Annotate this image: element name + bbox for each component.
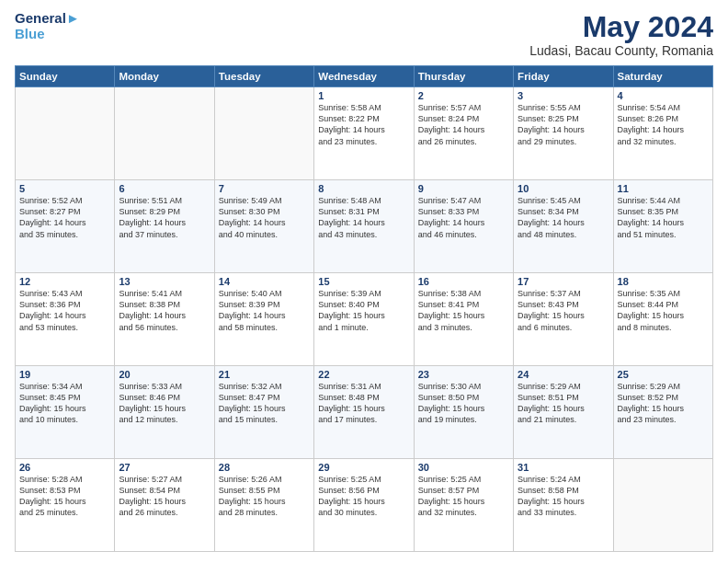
calendar-cell: 15Sunrise: 5:39 AM Sunset: 8:40 PM Dayli…: [314, 273, 414, 366]
day-number: 20: [119, 369, 210, 380]
day-info: Sunrise: 5:34 AM Sunset: 8:45 PM Dayligh…: [19, 381, 110, 426]
day-info: Sunrise: 5:52 AM Sunset: 8:27 PM Dayligh…: [19, 195, 110, 240]
calendar-cell: 19Sunrise: 5:34 AM Sunset: 8:45 PM Dayli…: [16, 366, 115, 459]
calendar-cell: 26Sunrise: 5:28 AM Sunset: 8:53 PM Dayli…: [16, 459, 115, 552]
day-info: Sunrise: 5:41 AM Sunset: 8:38 PM Dayligh…: [119, 288, 210, 333]
day-info: Sunrise: 5:45 AM Sunset: 8:34 PM Dayligh…: [518, 195, 609, 240]
calendar-cell: 21Sunrise: 5:32 AM Sunset: 8:47 PM Dayli…: [214, 366, 313, 459]
day-info: Sunrise: 5:40 AM Sunset: 8:39 PM Dayligh…: [219, 288, 310, 333]
day-number: 27: [119, 462, 210, 473]
calendar-cell: 30Sunrise: 5:25 AM Sunset: 8:57 PM Dayli…: [414, 459, 513, 552]
day-number: 14: [219, 276, 310, 287]
calendar-cell: 7Sunrise: 5:49 AM Sunset: 8:30 PM Daylig…: [214, 180, 313, 273]
main-title: May 2024: [529, 11, 713, 43]
calendar-cell: 3Sunrise: 5:55 AM Sunset: 8:25 PM Daylig…: [514, 87, 613, 180]
day-number: 4: [618, 90, 709, 101]
day-info: Sunrise: 5:26 AM Sunset: 8:55 PM Dayligh…: [219, 474, 310, 519]
day-number: 11: [618, 183, 709, 194]
day-info: Sunrise: 5:29 AM Sunset: 8:52 PM Dayligh…: [618, 381, 709, 426]
calendar-cell: 5Sunrise: 5:52 AM Sunset: 8:27 PM Daylig…: [16, 180, 115, 273]
subtitle: Ludasi, Bacau County, Romania: [529, 43, 713, 58]
header-saturday: Saturday: [613, 66, 712, 87]
day-info: Sunrise: 5:29 AM Sunset: 8:51 PM Dayligh…: [518, 381, 609, 426]
calendar-cell: 17Sunrise: 5:37 AM Sunset: 8:43 PM Dayli…: [514, 273, 613, 366]
calendar-cell: 12Sunrise: 5:43 AM Sunset: 8:36 PM Dayli…: [16, 273, 115, 366]
day-info: Sunrise: 5:43 AM Sunset: 8:36 PM Dayligh…: [19, 288, 110, 333]
day-info: Sunrise: 5:58 AM Sunset: 8:22 PM Dayligh…: [318, 102, 409, 147]
day-info: Sunrise: 5:55 AM Sunset: 8:25 PM Dayligh…: [518, 102, 609, 147]
calendar-cell: 4Sunrise: 5:54 AM Sunset: 8:26 PM Daylig…: [613, 87, 712, 180]
day-info: Sunrise: 5:32 AM Sunset: 8:47 PM Dayligh…: [219, 381, 310, 426]
day-info: Sunrise: 5:25 AM Sunset: 8:57 PM Dayligh…: [418, 474, 509, 519]
day-info: Sunrise: 5:57 AM Sunset: 8:24 PM Dayligh…: [418, 102, 509, 147]
header-thursday: Thursday: [414, 66, 513, 87]
day-number: 24: [518, 369, 609, 380]
calendar-cell: 14Sunrise: 5:40 AM Sunset: 8:39 PM Dayli…: [214, 273, 313, 366]
calendar-header-row: SundayMondayTuesdayWednesdayThursdayFrid…: [16, 66, 713, 87]
day-number: 10: [518, 183, 609, 194]
day-number: 13: [119, 276, 210, 287]
day-number: 29: [318, 462, 409, 473]
calendar-cell: [115, 87, 214, 180]
day-number: 8: [318, 183, 409, 194]
day-number: 16: [418, 276, 509, 287]
header-tuesday: Tuesday: [214, 66, 313, 87]
calendar-cell: [613, 459, 712, 552]
calendar-cell: 18Sunrise: 5:35 AM Sunset: 8:44 PM Dayli…: [613, 273, 712, 366]
day-info: Sunrise: 5:51 AM Sunset: 8:29 PM Dayligh…: [119, 195, 210, 240]
day-info: Sunrise: 5:27 AM Sunset: 8:54 PM Dayligh…: [119, 474, 210, 519]
day-number: 7: [219, 183, 310, 194]
day-info: Sunrise: 5:28 AM Sunset: 8:53 PM Dayligh…: [19, 474, 110, 519]
calendar-cell: 9Sunrise: 5:47 AM Sunset: 8:33 PM Daylig…: [414, 180, 513, 273]
calendar-cell: 2Sunrise: 5:57 AM Sunset: 8:24 PM Daylig…: [414, 87, 513, 180]
day-number: 22: [318, 369, 409, 380]
calendar-cell: 6Sunrise: 5:51 AM Sunset: 8:29 PM Daylig…: [115, 180, 214, 273]
calendar-cell: 27Sunrise: 5:27 AM Sunset: 8:54 PM Dayli…: [115, 459, 214, 552]
header-sunday: Sunday: [16, 66, 115, 87]
calendar-cell: [16, 87, 115, 180]
header-monday: Monday: [115, 66, 214, 87]
day-info: Sunrise: 5:39 AM Sunset: 8:40 PM Dayligh…: [318, 288, 409, 333]
week-row-4: 19Sunrise: 5:34 AM Sunset: 8:45 PM Dayli…: [16, 366, 713, 459]
day-number: 3: [518, 90, 609, 101]
day-number: 31: [518, 462, 609, 473]
logo: General► Blue: [15, 11, 80, 41]
calendar-cell: 31Sunrise: 5:24 AM Sunset: 8:58 PM Dayli…: [514, 459, 613, 552]
day-info: Sunrise: 5:24 AM Sunset: 8:58 PM Dayligh…: [518, 474, 609, 519]
day-number: 19: [19, 369, 110, 380]
calendar-cell: 22Sunrise: 5:31 AM Sunset: 8:48 PM Dayli…: [314, 366, 414, 459]
day-number: 12: [19, 276, 110, 287]
calendar-cell: 8Sunrise: 5:48 AM Sunset: 8:31 PM Daylig…: [314, 180, 414, 273]
calendar-cell: 28Sunrise: 5:26 AM Sunset: 8:55 PM Dayli…: [214, 459, 313, 552]
day-number: 26: [19, 462, 110, 473]
day-info: Sunrise: 5:25 AM Sunset: 8:56 PM Dayligh…: [318, 474, 409, 519]
week-row-5: 26Sunrise: 5:28 AM Sunset: 8:53 PM Dayli…: [16, 459, 713, 552]
page: General► Blue May 2024 Ludasi, Bacau Cou…: [0, 0, 728, 563]
calendar-cell: 16Sunrise: 5:38 AM Sunset: 8:41 PM Dayli…: [414, 273, 513, 366]
day-number: 6: [119, 183, 210, 194]
day-info: Sunrise: 5:30 AM Sunset: 8:50 PM Dayligh…: [418, 381, 509, 426]
header: General► Blue May 2024 Ludasi, Bacau Cou…: [15, 11, 713, 58]
header-friday: Friday: [514, 66, 613, 87]
day-info: Sunrise: 5:35 AM Sunset: 8:44 PM Dayligh…: [618, 288, 709, 333]
calendar-cell: 10Sunrise: 5:45 AM Sunset: 8:34 PM Dayli…: [514, 180, 613, 273]
week-row-2: 5Sunrise: 5:52 AM Sunset: 8:27 PM Daylig…: [16, 180, 713, 273]
calendar-cell: 13Sunrise: 5:41 AM Sunset: 8:38 PM Dayli…: [115, 273, 214, 366]
day-info: Sunrise: 5:48 AM Sunset: 8:31 PM Dayligh…: [318, 195, 409, 240]
day-number: 5: [19, 183, 110, 194]
day-info: Sunrise: 5:44 AM Sunset: 8:35 PM Dayligh…: [618, 195, 709, 240]
day-number: 25: [618, 369, 709, 380]
day-info: Sunrise: 5:37 AM Sunset: 8:43 PM Dayligh…: [518, 288, 609, 333]
calendar-cell: 11Sunrise: 5:44 AM Sunset: 8:35 PM Dayli…: [613, 180, 712, 273]
day-number: 28: [219, 462, 310, 473]
day-info: Sunrise: 5:38 AM Sunset: 8:41 PM Dayligh…: [418, 288, 509, 333]
calendar-cell: 29Sunrise: 5:25 AM Sunset: 8:56 PM Dayli…: [314, 459, 414, 552]
day-number: 23: [418, 369, 509, 380]
day-info: Sunrise: 5:54 AM Sunset: 8:26 PM Dayligh…: [618, 102, 709, 147]
calendar-cell: 23Sunrise: 5:30 AM Sunset: 8:50 PM Dayli…: [414, 366, 513, 459]
day-number: 30: [418, 462, 509, 473]
calendar-cell: 24Sunrise: 5:29 AM Sunset: 8:51 PM Dayli…: [514, 366, 613, 459]
day-info: Sunrise: 5:49 AM Sunset: 8:30 PM Dayligh…: [219, 195, 310, 240]
day-number: 15: [318, 276, 409, 287]
day-number: 9: [418, 183, 509, 194]
